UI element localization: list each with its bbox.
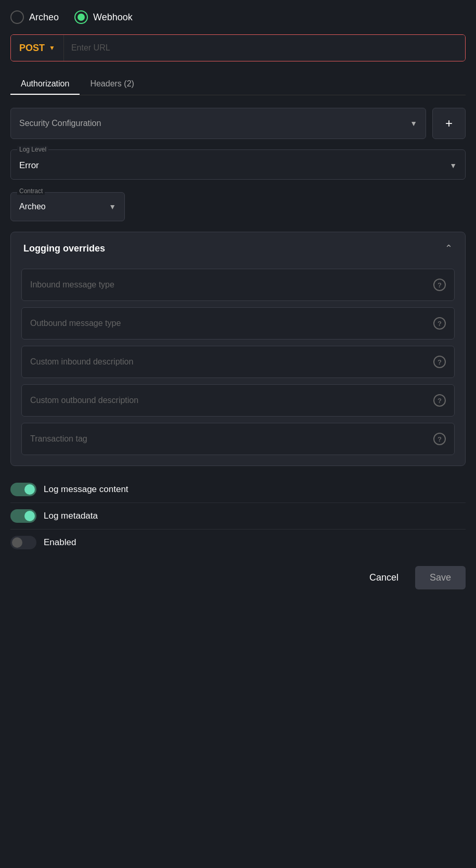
tabs-row: Authorization Headers (2) xyxy=(10,74,466,95)
bottom-actions: Cancel Save xyxy=(10,556,466,595)
toggle-knob-3 xyxy=(12,537,22,548)
security-row: Security Configuration ▼ + xyxy=(10,108,466,139)
log-level-chevron-icon: ▼ xyxy=(449,161,457,170)
custom-outbound-description-help-icon[interactable]: ? xyxy=(433,394,446,407)
log-metadata-toggle[interactable] xyxy=(10,509,36,523)
custom-inbound-description-field[interactable]: Custom inbound description ? xyxy=(21,346,455,378)
url-bar: POST ▼ xyxy=(10,34,466,61)
contract-dropdown[interactable]: Contract Archeo ▼ xyxy=(10,192,125,221)
inbound-message-type-placeholder: Inbound message type xyxy=(30,280,114,290)
url-input[interactable] xyxy=(64,35,465,61)
radio-archeo[interactable]: Archeo xyxy=(10,10,59,24)
inbound-message-type-help-icon[interactable]: ? xyxy=(433,279,446,291)
log-level-group: Log Level Error ▼ xyxy=(10,149,466,180)
contract-value: Archeo xyxy=(19,202,46,211)
log-message-content-row: Log message content xyxy=(10,476,466,503)
tab-authorization[interactable]: Authorization xyxy=(10,74,80,95)
logging-collapse-icon: ⌃ xyxy=(445,243,453,254)
contract-chevron-icon: ▼ xyxy=(109,203,116,211)
method-chevron-icon: ▼ xyxy=(49,44,55,52)
transaction-tag-placeholder: Transaction tag xyxy=(30,434,87,444)
save-button[interactable]: Save xyxy=(415,566,466,589)
enabled-label: Enabled xyxy=(44,537,76,548)
logging-overrides-body: Inbound message type ? Outbound message … xyxy=(11,265,465,466)
log-message-content-toggle[interactable] xyxy=(10,483,36,496)
method-selector[interactable]: POST ▼ xyxy=(11,35,64,61)
security-chevron-icon: ▼ xyxy=(410,119,417,128)
radio-webhook-label: Webhook xyxy=(93,12,133,23)
custom-inbound-description-help-icon[interactable]: ? xyxy=(433,356,446,368)
radio-group: Archeo Webhook xyxy=(10,10,466,24)
enabled-toggle[interactable] xyxy=(10,536,36,549)
cancel-button[interactable]: Cancel xyxy=(361,567,407,588)
tab-headers[interactable]: Headers (2) xyxy=(80,74,144,95)
logging-overrides-title: Logging overrides xyxy=(23,243,105,254)
custom-inbound-description-placeholder: Custom inbound description xyxy=(30,357,133,367)
custom-outbound-description-placeholder: Custom outbound description xyxy=(30,396,138,405)
contract-label: Contract xyxy=(17,187,45,195)
radio-archeo-label: Archeo xyxy=(29,12,59,23)
log-level-value: Error xyxy=(19,160,39,171)
log-level-label: Log Level xyxy=(17,146,48,153)
custom-outbound-description-field[interactable]: Custom outbound description ? xyxy=(21,384,455,417)
log-metadata-row: Log metadata xyxy=(10,503,466,530)
outbound-message-type-help-icon[interactable]: ? xyxy=(433,317,446,330)
security-dropdown-label: Security Configuration xyxy=(19,119,101,128)
toggle-knob xyxy=(24,484,35,495)
outbound-message-type-field[interactable]: Outbound message type ? xyxy=(21,307,455,339)
log-level-select[interactable]: Error ▼ xyxy=(19,154,457,171)
add-security-button[interactable]: + xyxy=(432,108,466,139)
transaction-tag-field[interactable]: Transaction tag ? xyxy=(21,423,455,455)
radio-archeo-circle xyxy=(10,10,24,24)
logging-overrides-section: Logging overrides ⌃ Inbound message type… xyxy=(10,232,466,466)
security-dropdown[interactable]: Security Configuration ▼ xyxy=(10,108,426,139)
method-label: POST xyxy=(19,43,45,54)
outbound-message-type-placeholder: Outbound message type xyxy=(30,319,121,328)
log-metadata-label: Log metadata xyxy=(44,511,98,521)
toggle-knob-2 xyxy=(24,511,35,521)
transaction-tag-help-icon[interactable]: ? xyxy=(433,433,446,445)
enabled-row: Enabled xyxy=(10,530,466,556)
radio-webhook-circle xyxy=(74,10,88,24)
radio-webhook[interactable]: Webhook xyxy=(74,10,133,24)
log-message-content-label: Log message content xyxy=(44,484,128,495)
inbound-message-type-field[interactable]: Inbound message type ? xyxy=(21,269,455,301)
logging-overrides-header[interactable]: Logging overrides ⌃ xyxy=(11,232,465,265)
